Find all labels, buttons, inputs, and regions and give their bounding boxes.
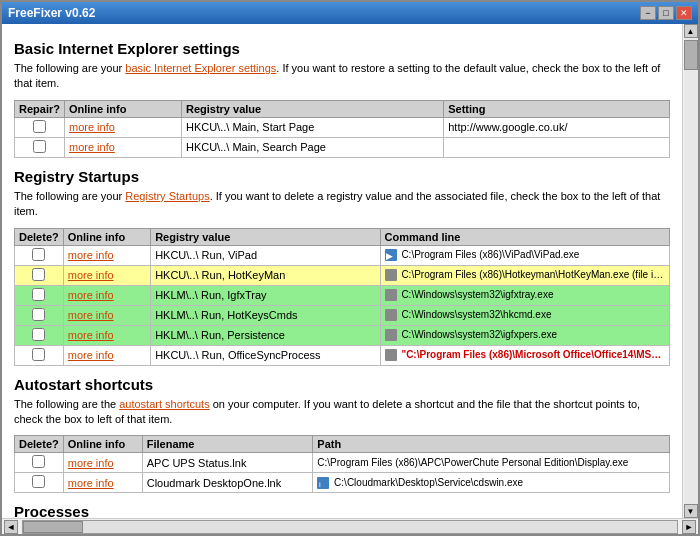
registry-startups-link[interactable]: Registry Startups: [125, 190, 209, 202]
delete-checkbox[interactable]: [32, 248, 45, 261]
cmd-cell: ▶ C:\Program Files (x86)\ViPad\ViPad.exe: [380, 245, 669, 265]
scroll-right-arrow[interactable]: ►: [682, 520, 696, 534]
registry-cell: HKCU\..\ Run, OfficeSyncProcess: [151, 345, 380, 365]
more-info-link[interactable]: more info: [68, 457, 114, 469]
table-row: more info Cloudmark DesktopOne.lnk i C:\…: [15, 473, 670, 493]
table-row: more info HKCU\..\ Run, HotKeyMan C:\Pro…: [15, 265, 670, 285]
svg-rect-3: [385, 289, 397, 301]
more-info-link[interactable]: more info: [68, 477, 114, 489]
cmd-cell: C:\Program Files (x86)\Hotkeyman\HotKeyM…: [380, 265, 669, 285]
scroll-left-arrow[interactable]: ◄: [4, 520, 18, 534]
svg-rect-4: [385, 309, 397, 321]
repair-checkbox[interactable]: [33, 140, 46, 153]
repair-checkbox[interactable]: [33, 120, 46, 133]
more-info-link[interactable]: more info: [69, 141, 115, 153]
repair-checkbox-cell: [15, 137, 65, 157]
filename-cell: APC UPS Status.lnk: [142, 453, 313, 473]
reg-col-delete: Delete?: [15, 228, 64, 245]
svg-rect-2: [385, 269, 397, 281]
more-info-link[interactable]: more info: [69, 121, 115, 133]
delete-checkbox[interactable]: [32, 308, 45, 321]
cmd-cell: "C:\Program Files (x86)\Microsoft Office…: [380, 345, 669, 365]
more-info-cell: more info: [64, 117, 181, 137]
window-controls: − □ ✕: [640, 6, 692, 20]
title-bar: FreeFixer v0.62 − □ ✕: [2, 2, 698, 24]
auto-col-path: Path: [313, 436, 670, 453]
registry-cell: HKLM\..\ Run, HotKeysCmds: [151, 305, 380, 325]
blue-icon: i: [317, 477, 329, 489]
table-row: more info HKLM\..\ Run, Persistence C:\W…: [15, 325, 670, 345]
path-cell: C:\Program Files (x86)\APC\PowerChute Pe…: [313, 453, 670, 473]
ie-settings-title: Basic Internet Explorer settings: [14, 40, 670, 57]
table-row: more info HKLM\..\ Run, IgfxTray C:\Wind…: [15, 285, 670, 305]
more-info-link[interactable]: more info: [68, 269, 114, 281]
more-info-link[interactable]: more info: [68, 309, 114, 321]
registry-cell: HKCU\..\ Run, HotKeyMan: [151, 265, 380, 285]
auto-col-filename: Filename: [142, 436, 313, 453]
gray-icon: [385, 349, 397, 361]
cmd-cell: C:\Windows\system32\igfxtray.exe: [380, 285, 669, 305]
scroll-track[interactable]: [684, 38, 698, 504]
reg-col-online: Online info: [63, 228, 150, 245]
svg-rect-5: [385, 329, 397, 341]
gray-icon: [385, 289, 397, 301]
processes-section: Processes The following are the processe…: [14, 503, 670, 518]
more-info-link[interactable]: more info: [68, 349, 114, 361]
delete-checkbox[interactable]: [32, 328, 45, 341]
ie-settings-section: Basic Internet Explorer settings The fol…: [14, 40, 670, 158]
delete-checkbox[interactable]: [32, 348, 45, 361]
scroll-up-arrow[interactable]: ▲: [684, 24, 698, 38]
vertical-scrollbar[interactable]: ▲ ▼: [682, 24, 698, 518]
window-title: FreeFixer v0.62: [8, 6, 95, 20]
filename-cell: Cloudmark DesktopOne.lnk: [142, 473, 313, 493]
main-window: FreeFixer v0.62 − □ ✕ Basic Internet Exp…: [0, 0, 700, 536]
close-button[interactable]: ✕: [676, 6, 692, 20]
registry-cell: HKLM\..\ Run, Persistence: [151, 325, 380, 345]
maximize-button[interactable]: □: [658, 6, 674, 20]
ie-settings-link[interactable]: basic Internet Explorer settings: [125, 62, 276, 74]
ie-col-registry: Registry value: [181, 100, 443, 117]
table-row: more info HKCU\..\ Main, Search Page: [15, 137, 670, 157]
auto-col-delete: Delete?: [15, 436, 64, 453]
ie-col-online: Online info: [64, 100, 181, 117]
registry-startups-desc: The following are your Registry Startups…: [14, 189, 670, 220]
horizontal-scrollbar[interactable]: [22, 520, 678, 534]
delete-checkbox[interactable]: [32, 475, 45, 488]
registry-value-cell: HKCU\..\ Main, Start Page: [181, 117, 443, 137]
main-content: Basic Internet Explorer settings The fol…: [2, 24, 682, 518]
delete-checkbox[interactable]: [32, 288, 45, 301]
reg-col-registry: Registry value: [151, 228, 380, 245]
table-row: more info HKCU\..\ Run, ViPad ▶ C:\Progr…: [15, 245, 670, 265]
svg-rect-6: [385, 349, 397, 361]
minimize-button[interactable]: −: [640, 6, 656, 20]
autostart-title: Autostart shortcuts: [14, 376, 670, 393]
bottom-bar: ◄ ►: [2, 518, 698, 534]
gray-icon: [385, 309, 397, 321]
reg-col-cmd: Command line: [380, 228, 669, 245]
setting-value-cell: [444, 137, 670, 157]
more-info-link[interactable]: more info: [68, 289, 114, 301]
cmd-cell: C:\Windows\system32\hkcmd.exe: [380, 305, 669, 325]
autostart-desc: The following are the autostart shortcut…: [14, 397, 670, 428]
processes-title: Processes: [14, 503, 670, 518]
registry-value-cell: HKCU\..\ Main, Search Page: [181, 137, 443, 157]
ie-settings-desc: The following are your basic Internet Ex…: [14, 61, 670, 92]
more-info-link[interactable]: more info: [68, 329, 114, 341]
registry-cell: HKCU\..\ Run, ViPad: [151, 245, 380, 265]
registry-cell: HKLM\..\ Run, IgfxTray: [151, 285, 380, 305]
more-info-link[interactable]: more info: [68, 249, 114, 261]
delete-checkbox[interactable]: [32, 268, 45, 281]
auto-col-online: Online info: [63, 436, 142, 453]
scroll-thumb[interactable]: [684, 40, 698, 70]
delete-checkbox[interactable]: [32, 455, 45, 468]
h-scroll-thumb[interactable]: [23, 521, 83, 533]
more-info-cell: more info: [64, 137, 181, 157]
gray-icon: [385, 329, 397, 341]
scroll-down-arrow[interactable]: ▼: [684, 504, 698, 518]
autostart-link[interactable]: autostart shortcuts: [119, 398, 210, 410]
setting-value-cell: http://www.google.co.uk/: [444, 117, 670, 137]
svg-text:▶: ▶: [386, 251, 393, 261]
autostart-table: Delete? Online info Filename Path more i…: [14, 435, 670, 493]
ie-col-setting: Setting: [444, 100, 670, 117]
table-row: more info HKCU\..\ Main, Start Page http…: [15, 117, 670, 137]
